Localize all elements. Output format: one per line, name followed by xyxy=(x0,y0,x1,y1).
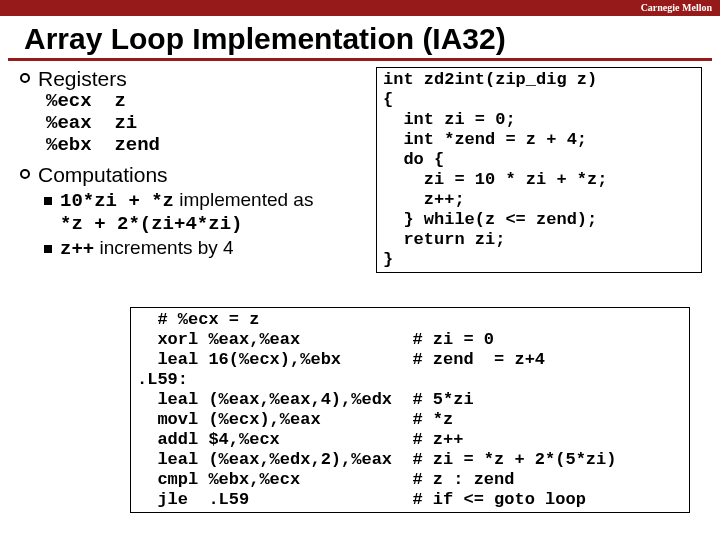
computation-item-2: z++ increments by 4 xyxy=(16,237,376,260)
org-header: Carnegie Mellon xyxy=(0,0,720,16)
square-bullet-icon xyxy=(44,197,52,205)
registers-heading: Registers xyxy=(38,67,127,91)
computation-item-1: 10*zi + *z implemented as *z + 2*(zi+4*z… xyxy=(16,189,376,235)
computation-item-1-text: 10*zi + *z implemented as *z + 2*(zi+4*z… xyxy=(60,189,313,235)
computations-heading: Computations xyxy=(38,163,168,187)
bullet-computations: Computations xyxy=(16,163,376,187)
c-code-box: int zd2int(zip_dig z) { int zi = 0; int … xyxy=(376,67,702,273)
computation-item-2-text: z++ increments by 4 xyxy=(60,237,234,260)
ring-bullet-icon xyxy=(20,169,30,179)
code-fragment: z++ xyxy=(60,238,94,260)
text-fragment: implemented as xyxy=(174,189,313,210)
code-fragment: *z + 2*(zi+4*zi) xyxy=(60,213,242,235)
slide-title: Array Loop Implementation (IA32) xyxy=(8,16,712,61)
left-column: Registers %ecx z %eax zi %ebx zend Compu… xyxy=(16,67,376,260)
registers-list: %ecx z %eax zi %ebx zend xyxy=(46,91,376,157)
code-fragment: 10*zi + *z xyxy=(60,190,174,212)
slide-content: Registers %ecx z %eax zi %ebx zend Compu… xyxy=(0,67,720,260)
org-name: Carnegie Mellon xyxy=(641,2,712,13)
bullet-registers: Registers xyxy=(16,67,376,91)
asm-code-box: # %ecx = z xorl %eax,%eax # zi = 0 leal … xyxy=(130,307,690,513)
square-bullet-icon xyxy=(44,245,52,253)
text-fragment: increments by 4 xyxy=(94,237,233,258)
ring-bullet-icon xyxy=(20,73,30,83)
